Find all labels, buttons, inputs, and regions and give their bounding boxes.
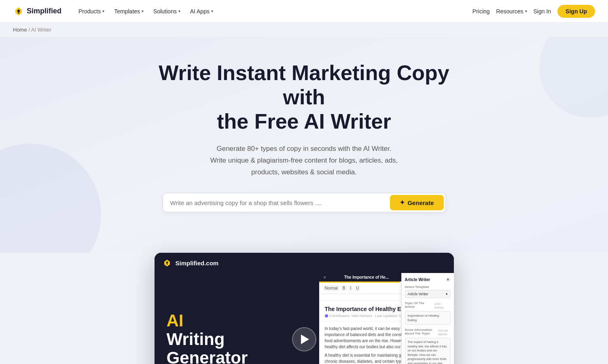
toolbar-i[interactable]: I: [348, 285, 353, 291]
info-count: 29/240 Words: [438, 329, 451, 336]
video-header: Simplified.com: [155, 253, 454, 273]
video-logo-icon: [163, 258, 172, 267]
hero-title: Write Instant Marketing Copy with the Fr…: [146, 61, 462, 133]
nav-products[interactable]: Products ▾: [74, 6, 108, 17]
nav-templates[interactable]: Templates ▾: [110, 6, 148, 17]
brand-name: Simplified: [27, 7, 61, 15]
ai-label: AI: [167, 311, 184, 330]
video-body: AI Writing Generator ✕ The Importance of…: [155, 273, 454, 364]
play-icon: [301, 334, 309, 344]
aiapps-chevron-icon: ▾: [211, 9, 213, 13]
info-label: Some Information About The Topic: [405, 328, 438, 335]
select-template-label: Select Template: [405, 285, 451, 289]
toolbar-normal[interactable]: Normal: [323, 285, 339, 291]
hero-section: Write Instant Marketing Copy with the Fr…: [0, 37, 608, 253]
solutions-chevron-icon: ▾: [178, 9, 180, 13]
hero-subtitle: Generate 80+ types of copy in seconds wi…: [183, 143, 426, 178]
nav-aiapps[interactable]: AI Apps ▾: [186, 6, 217, 17]
logo-icon: [13, 6, 24, 17]
info-content[interactable]: The impact of having a healthy diet, the…: [405, 338, 451, 364]
video-ai-title: AI Writing Generator: [167, 311, 307, 364]
nav-items: Products ▾ Templates ▾ Solutions ▾ AI Ap…: [74, 6, 472, 17]
video-logo-text: Simplified.com: [176, 260, 219, 267]
nav-resources[interactable]: Resources ▾: [496, 8, 527, 15]
templates-chevron-icon: ▾: [142, 9, 144, 13]
article-writer-panel: Article Writer ✕ Select Template Article…: [401, 273, 454, 364]
video-section: Simplified.com AI Writing Generator ✕: [0, 253, 608, 364]
breadcrumb-home[interactable]: Home: [13, 27, 27, 33]
template-selected: Article Writer: [408, 292, 428, 296]
topic-label: Topic Of The Article: [405, 301, 434, 309]
video-editor-panel: ✕ The Importance of He... 1635 / 250000 …: [319, 273, 454, 364]
topic-row: Topic Of The Article 4/20 Words: [405, 301, 451, 310]
brand-logo[interactable]: Simplified: [13, 6, 61, 17]
panel-close-button[interactable]: ✕: [446, 277, 451, 282]
navbar: Simplified Products ▾ Templates ▾ Soluti…: [0, 0, 608, 23]
video-left-panel: AI Writing Generator: [155, 273, 319, 364]
generate-label: Generate: [407, 199, 434, 206]
nav-right: Pricing Resources ▾ Sign In Sign Up: [472, 5, 595, 18]
signin-link[interactable]: Sign In: [534, 8, 551, 15]
template-chevron-icon: ▾: [446, 292, 448, 296]
editor-top-title: The Importance of He...: [326, 275, 407, 279]
writing-label: Writing: [167, 330, 225, 349]
products-chevron-icon: ▾: [102, 9, 104, 13]
nav-solutions[interactable]: Solutions ▾: [149, 6, 184, 17]
topic-value[interactable]: Importance of Healthy Eating: [405, 311, 451, 325]
info-row: Some Information About The Topic 29/240 …: [405, 328, 451, 336]
toolbar-b[interactable]: B: [341, 285, 347, 291]
generate-button[interactable]: ✦ Generate: [390, 195, 443, 210]
generator-label: Generator: [167, 348, 248, 364]
signup-button[interactable]: Sign Up: [557, 5, 595, 18]
search-input[interactable]: [170, 199, 390, 206]
generate-icon: ✦: [400, 199, 405, 206]
video-container: Simplified.com AI Writing Generator ✕: [155, 253, 454, 364]
panel-header: Article Writer ✕: [405, 277, 451, 282]
search-bar: ✦ Generate: [163, 193, 446, 212]
resources-chevron-icon: ▾: [525, 9, 527, 13]
editor-meta-dot: [325, 314, 328, 317]
breadcrumb-current: AI Writer: [31, 27, 51, 33]
panel-title: Article Writer: [405, 277, 430, 282]
toolbar-u[interactable]: U: [354, 285, 360, 291]
nav-pricing[interactable]: Pricing: [472, 8, 490, 15]
topic-count: 4/20 Words: [434, 302, 451, 309]
play-button[interactable]: [292, 327, 316, 351]
breadcrumb: Home / AI Writer: [0, 23, 608, 37]
template-select[interactable]: Article Writer ▾: [405, 290, 451, 298]
